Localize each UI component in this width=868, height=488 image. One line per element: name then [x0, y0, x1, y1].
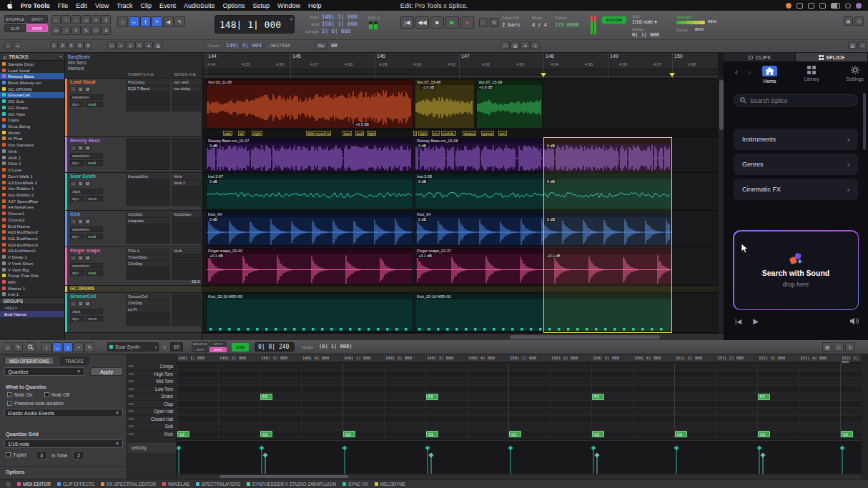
- midi-view-icon[interactable]: □: [834, 342, 844, 352]
- automation-mode[interactable]: dyn: [70, 270, 84, 276]
- clip-gain-label[interactable]: 0 dB: [208, 217, 219, 221]
- scrollbar-thumb[interactable]: [220, 475, 348, 478]
- automation-state[interactable]: read: [86, 101, 103, 107]
- group-item-end-harms[interactable]: End Harms: [0, 311, 64, 317]
- menu-track[interactable]: Track: [117, 2, 132, 9]
- control-center-icon[interactable]: [845, 3, 851, 9]
- trimmer-tool[interactable]: ↔: [129, 16, 139, 27]
- rewind-button[interactable]: ◀◀: [415, 16, 429, 29]
- keyboard-icon[interactable]: [808, 3, 814, 9]
- send-slot-empty[interactable]: [172, 151, 201, 157]
- sidebar-track-click-1[interactable]: Click 1: [0, 161, 64, 167]
- edit-tool-icon[interactable]: ↖: [71, 26, 81, 35]
- menu-window[interactable]: Window: [277, 2, 300, 9]
- sidebar-track-end-harms[interactable]: End Harms: [0, 223, 64, 229]
- solo-button[interactable]: S: [77, 255, 84, 261]
- lyric-marker[interactable]: fight: [367, 131, 376, 136]
- splice-nav-library[interactable]: Library: [804, 66, 819, 84]
- bottom-tab-rx-spectral-editor[interactable]: RX SPECTRAL EDITOR: [101, 482, 156, 487]
- midi-note-kick[interactable]: C2: [177, 431, 189, 437]
- insert-slot-empty[interactable]: [126, 274, 170, 280]
- sidebar-track-block-melody-cm[interactable]: Block Melody cm: [0, 79, 64, 86]
- sidebar-track-gg-hats[interactable]: GG Hats: [0, 111, 64, 117]
- lyric-marker[interactable]: gonna: [481, 131, 494, 136]
- record-enable-button[interactable]: ●: [70, 181, 77, 186]
- tab-midi-operations[interactable]: MIDI OPERATIONS: [4, 357, 54, 365]
- battery-icon[interactable]: [831, 3, 840, 9]
- midi-note-kick[interactable]: C2: [841, 431, 853, 437]
- insert-slot[interactable]: ChnStrp: [126, 211, 170, 218]
- send-slot-empty[interactable]: [172, 99, 201, 105]
- memory-location-3[interactable]: 3: [67, 41, 75, 49]
- mute-button[interactable]: M: [84, 255, 91, 261]
- midi-note-snare[interactable]: F2: [592, 394, 604, 400]
- tuplet-checkbox[interactable]: Tuplet: [6, 452, 26, 457]
- automation-mode[interactable]: dyn: [70, 160, 84, 166]
- forward-icon[interactable]: ›: [748, 69, 751, 76]
- send-slot-empty[interactable]: [172, 186, 201, 193]
- group-item-all[interactable]: <ALL>: [0, 304, 64, 311]
- insert-slot-empty[interactable]: [126, 99, 170, 105]
- drum-row-conga[interactable]: Conga: [127, 363, 176, 371]
- track-lanes[interactable]: Vox.03_11-08Vox.07_15-46Vox.07_15-39+5.5…: [202, 79, 718, 333]
- midi-note-snare[interactable]: F2: [426, 394, 438, 400]
- lyric-marker[interactable]: eyelids,: [441, 131, 456, 136]
- strength-slider[interactable]: [676, 21, 705, 24]
- sidebar-track-reecey-bass[interactable]: Reecey Bass: [0, 73, 64, 79]
- lyric-marker[interactable]: I: [413, 131, 417, 136]
- send-slot-empty[interactable]: [172, 254, 201, 261]
- sidebar-track-works[interactable]: Works: [0, 129, 64, 136]
- clip-gain-label[interactable]: +3.0 dB: [478, 85, 494, 89]
- sidebar-track-a11-endharm1[interactable]: A11 EndHarm1: [0, 235, 64, 241]
- send-slot-empty[interactable]: [172, 300, 201, 307]
- midi-note-kick[interactable]: C2: [509, 431, 521, 437]
- ruler-row-min-secs[interactable]: Min:Secs: [68, 60, 87, 65]
- insert-slot-empty[interactable]: [126, 157, 170, 164]
- window-config-icon[interactable]: □: [854, 16, 864, 26]
- record-enable-button[interactable]: ●: [70, 145, 77, 151]
- tab-splice[interactable]: SPLICE: [796, 53, 868, 61]
- insert-slot[interactable]: Lo-Fi: [126, 307, 170, 313]
- pencil-tool[interactable]: ✎: [84, 342, 94, 352]
- midi-grid-badge[interactable]: 1/16: [232, 343, 249, 352]
- midi-note-grid[interactable]: 148| 1| 000148| 2| 000148| 3| 000148| 4|…: [177, 354, 862, 479]
- zoom-tool-icon[interactable]: ↔: [51, 15, 61, 24]
- midi-nudge-value[interactable]: (0| 1| 000): [319, 344, 352, 349]
- sidebar-track-orca-string[interactable]: Orca String: [0, 123, 64, 129]
- edit-horizontal-scrollbar[interactable]: [202, 333, 724, 340]
- menu-clip[interactable]: Clip: [140, 2, 152, 9]
- menu-file[interactable]: File: [58, 2, 69, 9]
- tab-tracks[interactable]: TRACKS: [60, 357, 89, 365]
- checkbox-preserve-note-duration[interactable]: ✓Preserve note duration: [7, 401, 64, 406]
- splice-search-input[interactable]: Search Splice: [734, 94, 858, 106]
- selector-tool[interactable]: ↔: [52, 342, 62, 352]
- eucon-badge[interactable]: EUCON: [602, 16, 626, 24]
- automation-mode[interactable]: dyn: [70, 316, 84, 322]
- timeline-ruler[interactable]: 1441451461471481491504:244:254:264:274:2…: [202, 53, 718, 79]
- insert-slot-empty[interactable]: [126, 267, 170, 274]
- edit-tool-icon[interactable]: Z: [102, 26, 111, 35]
- splice-nav-settings[interactable]: Settings: [846, 66, 864, 84]
- insert-slot[interactable]: KompktKint: [126, 174, 170, 180]
- zoom-out-button[interactable]: −: [4, 41, 12, 49]
- sidebar-track-pump-that-shit[interactable]: Pump That Shit: [0, 272, 64, 279]
- mute-button[interactable]: M: [84, 86, 91, 92]
- loop-playback-icon[interactable]: ↻: [490, 18, 499, 27]
- lyric-marker[interactable]: lose: [342, 131, 352, 136]
- operation-select[interactable]: Quantize▼: [4, 367, 84, 376]
- insert-slot[interactable]: ProComp: [126, 79, 170, 86]
- window-config-icon[interactable]: ▤: [844, 16, 853, 26]
- send-slot-empty[interactable]: [172, 307, 201, 313]
- sidebar-track-gc-drums[interactable]: GC DRUMS: [0, 86, 64, 92]
- splice-scrollbar[interactable]: [863, 93, 866, 307]
- midi-utility-icon[interactable]: ✎: [14, 342, 23, 352]
- clip-gain-label[interactable]: 0 dB: [208, 144, 219, 148]
- edit-mode-spot[interactable]: SPOT: [26, 15, 48, 23]
- insert-slot-empty[interactable]: [126, 313, 170, 319]
- memory-location-5[interactable]: 5: [84, 41, 92, 49]
- clip-gain-label[interactable]: 0 dB: [417, 217, 428, 221]
- edit-mode-shuffle[interactable]: SHUFFLE: [4, 15, 26, 23]
- lyric-marker[interactable]: night: [252, 131, 262, 136]
- sidebar-track-a3-dontwalk-2[interactable]: A3 DontWalk 2: [0, 179, 64, 186]
- app-menu[interactable]: Pro Tools: [21, 2, 50, 9]
